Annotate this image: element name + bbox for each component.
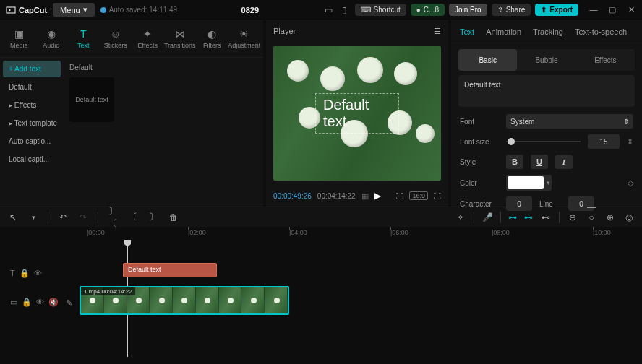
fontsize-slider[interactable] [506,134,581,149]
lock-icon[interactable]: 🔒 [20,269,30,278]
inspector-panel: Text Animation Tracking Text-to-speech B… [451,20,642,207]
tab-transitions[interactable]: ⋈Transitions [165,28,195,49]
color-picker[interactable]: ▾ [506,175,552,191]
zoom-fit-icon[interactable]: ◎ [623,212,635,222]
titlebar: CapCut Menu ▾ Auto saved: 14:11:49 0829 … [0,0,642,20]
pointer-icon[interactable]: ↖ [7,212,19,222]
sidebar-item-template[interactable]: ▸ Text template [3,115,61,131]
scale-icon[interactable]: ⛶ [396,192,403,200]
preset-heading: Default [69,64,257,72]
ruler-tick: |00:00 [87,229,105,236]
layout2-icon[interactable]: ▯ [339,5,351,15]
text-sidebar: + Add text Default ▸ Effects ▸ Text temp… [0,58,64,207]
pencil-icon[interactable]: ✎ [66,298,72,308]
trim-left-icon[interactable]: 〔 [127,211,139,223]
font-label: Font [460,118,499,126]
left-panel: ▣Media ◉Audio TText ☺Stickers ✦Effects ⋈… [0,20,263,207]
player-menu-icon[interactable]: ☰ [434,27,441,36]
autosave-status: Auto saved: 14:11:49 [100,6,178,14]
select-arrows-icon: ⇕ [623,118,629,126]
export-button[interactable]: ⬆ Export [535,4,578,16]
subtab-bubble[interactable]: Bubble [517,49,575,71]
fontsize-label: Font size [460,138,499,146]
user-badge[interactable]: ● C...8 [411,4,445,16]
text-overlay[interactable]: Default text [315,93,399,134]
inspector-tab-tracking[interactable]: Tracking [533,22,563,42]
zoom-out-icon[interactable]: ⊖ [567,212,578,222]
time-current: 00:00:49:26 [273,192,312,200]
text-track-icon: T [10,269,15,278]
stepper-icon[interactable]: ⇕ [627,137,633,147]
subtab-effects[interactable]: Effects [576,49,635,71]
app-logo: CapCut [6,5,47,15]
inspector-tab-text[interactable]: Text [460,22,474,42]
clip-label: 1.mp4 00:04:14:22 [81,287,135,295]
play-button[interactable]: ▶ [374,191,381,201]
menu-button[interactable]: Menu ▾ [53,3,95,17]
color-label: Color [460,179,499,187]
eye-icon[interactable]: 👁 [34,269,42,278]
player-viewport[interactable]: Default text [273,46,441,181]
snap-icon[interactable]: ⊶ [508,212,517,222]
link-icon[interactable]: ⊷ [524,212,533,222]
tab-media[interactable]: ▣Media [4,28,34,49]
eye-icon[interactable]: 👁 [36,298,44,307]
mute-icon[interactable]: 🔇 [48,298,59,307]
sidebar-item-default[interactable]: Default [3,79,61,95]
delete-icon[interactable]: 🗑 [168,212,179,222]
sidebar-item-effects[interactable]: ▸ Effects [3,97,61,113]
split-icon[interactable]: 〕〔 [107,205,119,230]
media-icon: ▣ [13,28,25,40]
trim-right-icon[interactable]: 〕 [147,211,159,223]
window-minimize-icon[interactable]: — [588,5,599,14]
tab-effects[interactable]: ✦Effects [132,28,163,49]
timeline-ruler[interactable]: |00:00|02:00|04:00|06:00|08:00|10:00 [80,227,642,241]
autosave-dot-icon [100,7,106,13]
window-maximize-icon[interactable]: ▢ [607,5,617,14]
video-clip[interactable]: 1.mp4 00:04:14:22 [80,286,289,315]
join-pro-button[interactable]: Join Pro [449,4,487,16]
tab-text[interactable]: TText [68,28,98,49]
italic-button[interactable]: I [555,155,573,169]
zoom-in-icon[interactable]: ⊕ [604,212,616,222]
keyframe-icon[interactable]: ◇ [628,178,633,188]
style-label: Style [460,158,499,166]
preset-default-text[interactable]: Default text [69,77,114,122]
track-text: T🔒👁 Default text [0,263,642,283]
text-icon: T [77,28,89,40]
window-close-icon[interactable]: ✕ [626,5,636,14]
share-button[interactable]: ⇪ Share [492,4,531,16]
bold-button[interactable]: B [506,155,523,169]
aspect-ratio[interactable]: 16:9 [409,191,428,200]
underline-button[interactable]: U [531,155,548,169]
filters-icon: ◐ [206,28,218,40]
tab-stickers[interactable]: ☺Stickers [100,28,131,49]
mic-icon[interactable]: 🎤 [482,212,493,222]
shortcut-button[interactable]: ⌨ Shortcut [355,4,406,16]
preview-snap-icon[interactable]: ⊷ [540,212,552,222]
fontsize-value[interactable]: 15 [588,134,620,149]
tab-adjustment[interactable]: ☀Adjustment [229,28,260,49]
fullscreen-icon[interactable]: ⛶ [434,192,441,200]
autocut-icon[interactable]: ✧ [455,212,466,222]
layout-icon[interactable]: ▭ [323,5,335,15]
font-select[interactable]: System⇕ [506,114,633,129]
subtab-basic[interactable]: Basic [458,49,517,71]
inspector-tab-animation[interactable]: Animation [486,22,521,42]
sidebar-item-addtext[interactable]: + Add text [3,61,61,77]
chevron-down-icon[interactable]: ▾ [27,214,39,221]
redo-icon[interactable]: ↷ [77,212,89,222]
text-input[interactable]: Default text [458,75,635,107]
timeline-toolbar: ↖ ▾ ↶ ↷ 〕〔 〔 〕 🗑 ✧ 🎤 ⊶ ⊷ ⊷ ⊖ —○— ⊕ ◎ [0,207,642,227]
tab-filters[interactable]: ◐Filters [197,28,227,49]
undo-icon[interactable]: ↶ [57,212,69,222]
tab-audio[interactable]: ◉Audio [36,28,67,49]
sidebar-item-autocaption[interactable]: Auto captio... [3,133,61,150]
inspector-tab-tts[interactable]: Text-to-speech [575,22,627,42]
sidebar-item-localcaption[interactable]: Local capti... [3,151,61,168]
grid-icon[interactable]: ▦ [361,191,369,201]
text-clip[interactable]: Default text [123,263,217,277]
audio-icon: ◉ [46,28,57,40]
timeline[interactable]: |00:00|02:00|04:00|06:00|08:00|10:00 T🔒👁… [0,227,642,364]
lock-icon[interactable]: 🔒 [22,298,32,307]
